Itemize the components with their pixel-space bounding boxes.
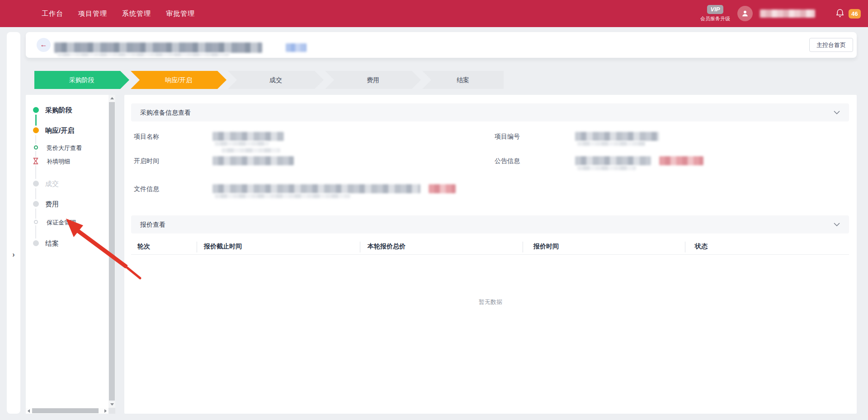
column-header-round-total: 本轮报价总价: [368, 243, 406, 251]
dot-purchase-stage: [33, 107, 39, 113]
dot-closing: [33, 240, 39, 246]
notification-count-badge: 46: [849, 9, 861, 19]
bell-icon[interactable]: [835, 8, 845, 19]
table-header-border: [131, 254, 849, 255]
column-header-quote-deadline: 报价截止时间: [204, 243, 242, 251]
column-separator: [685, 242, 685, 252]
username-redacted[interactable]: [760, 9, 815, 18]
redacted-project-number-value-sub: [577, 141, 645, 146]
column-header-status: 状态: [695, 243, 708, 251]
quote-section-header[interactable]: 报价查看: [131, 215, 849, 233]
scroll-up-arrow-icon[interactable]: [110, 97, 114, 99]
step-response-open[interactable]: 响应/开启: [131, 71, 226, 89]
vip-upgrade-entry[interactable]: VIP 会员服务升级: [700, 5, 730, 22]
ring-bidding-hall: [34, 145, 38, 149]
redacted-project-title: [54, 42, 262, 53]
column-header-round: 轮次: [137, 243, 150, 251]
chevron-down-icon: [834, 223, 840, 226]
sidebar-item-deal[interactable]: 成交: [45, 180, 59, 188]
redacted-file-link[interactable]: [429, 184, 456, 193]
prep-info-section-title: 采购准备信息查看: [140, 103, 191, 121]
prep-info-section-header[interactable]: 采购准备信息查看: [131, 103, 849, 121]
sidebar-item-purchase-stage[interactable]: 采购阶段: [45, 106, 72, 115]
sidebar-vertical-scrollbar[interactable]: [108, 95, 115, 408]
column-separator: [523, 242, 523, 252]
column-separator: [360, 242, 360, 252]
expand-drawer-handle[interactable]: ›: [7, 248, 20, 261]
sidebar-item-fees[interactable]: 费用: [45, 200, 59, 209]
step-purchase-stage[interactable]: 采购阶段: [34, 71, 129, 89]
vertical-scroll-thumb[interactable]: [109, 102, 115, 401]
redacted-project-title-sub: [57, 53, 229, 56]
scroll-left-arrow-icon[interactable]: [28, 409, 30, 413]
redacted-project-name-value-sub: [215, 141, 269, 146]
scroll-right-arrow-icon[interactable]: [104, 409, 107, 413]
user-avatar[interactable]: [737, 6, 753, 21]
app-root: 工作台 项目管理 系统管理 审批管理 VIP 会员服务升级: [0, 0, 868, 420]
sidebar-item-response-open[interactable]: 响应/开启: [45, 126, 74, 135]
redacted-notice-link[interactable]: [659, 156, 703, 165]
step-deal[interactable]: 成交: [228, 71, 324, 89]
page-header-card: ← 主控台首页: [26, 32, 857, 58]
stage-timeline-sidebar: 采购阶段 响应/开启 竞价大厅查看 补填明细 成交 费用 保证金管理 结案: [26, 95, 115, 414]
redacted-notice-value: [575, 156, 651, 165]
back-button[interactable]: ←: [37, 38, 51, 52]
menu-item-workbench[interactable]: 工作台: [42, 9, 63, 18]
horizontal-scroll-thumb[interactable]: [32, 408, 99, 413]
menu-item-approval-management[interactable]: 审批管理: [166, 9, 195, 18]
field-label-open-time: 开启时间: [134, 157, 159, 165]
redacted-file-value: [212, 184, 420, 193]
quote-section-title: 报价查看: [140, 215, 165, 233]
dot-deal: [33, 181, 39, 187]
sidebar-item-bidding-hall[interactable]: 竞价大厅查看: [47, 144, 82, 152]
sidebar-horizontal-scrollbar[interactable]: [26, 408, 108, 414]
redacted-project-number-value: [575, 132, 659, 141]
navbar-right-cluster: VIP 会员服务升级 46: [700, 0, 861, 27]
scrollbar-corner: [108, 408, 115, 414]
redacted-status-chip: [286, 43, 307, 52]
hourglass-icon: [33, 158, 38, 164]
redacted-file-value-sub: [215, 194, 350, 198]
chevron-down-icon: [834, 111, 840, 114]
scroll-down-arrow-icon[interactable]: [110, 403, 114, 406]
console-home-button[interactable]: 主控台首页: [809, 38, 853, 52]
dot-fees: [33, 201, 39, 207]
notification-area: 46: [835, 8, 861, 19]
redacted-open-time-value: [212, 156, 294, 165]
main-menu: 工作台 项目管理 系统管理 审批管理: [42, 9, 195, 18]
redacted-notice-value-sub: [577, 166, 636, 170]
step-fees[interactable]: 费用: [325, 71, 421, 89]
menu-item-project-management[interactable]: 项目管理: [78, 9, 107, 18]
top-navbar: 工作台 项目管理 系统管理 审批管理 VIP 会员服务升级: [0, 0, 868, 27]
menu-item-system-management[interactable]: 系统管理: [122, 9, 151, 18]
field-label-notice-info: 公告信息: [495, 157, 520, 165]
collapsed-side-drawer: ›: [7, 32, 20, 414]
sidebar-item-fill-details[interactable]: 补填明细: [47, 158, 70, 166]
vip-icon: VIP: [707, 5, 723, 14]
sidebar-item-closing[interactable]: 结案: [45, 239, 59, 248]
ring-deposit-management: [34, 220, 38, 224]
redacted-project-name-value: [212, 132, 284, 141]
dot-response-open: [33, 127, 39, 133]
step-closing[interactable]: 结案: [422, 71, 504, 89]
person-icon: [741, 9, 750, 18]
timeline-connector-done: [35, 113, 37, 128]
column-separator: [197, 242, 197, 252]
field-label-project-name: 项目名称: [134, 133, 159, 141]
field-label-project-number: 项目编号: [495, 133, 520, 141]
stage-progress-bar: 采购阶段 响应/开启 成交 费用 结案: [34, 71, 504, 89]
empty-state-text: 暂无数据: [124, 298, 857, 306]
vip-caption: 会员服务升级: [700, 15, 730, 22]
stage-detail-panel: 采购准备信息查看 项目名称 项目编号 开启时间 公告信息 文件信息 报价查看: [124, 95, 857, 414]
sidebar-item-deposit-management[interactable]: 保证金管理: [47, 219, 76, 227]
field-label-file-info: 文件信息: [134, 185, 159, 193]
redacted-username-block: [760, 9, 815, 18]
redacted-open-time-value-sub: [222, 148, 280, 153]
column-header-quote-time: 报价时间: [533, 243, 559, 251]
